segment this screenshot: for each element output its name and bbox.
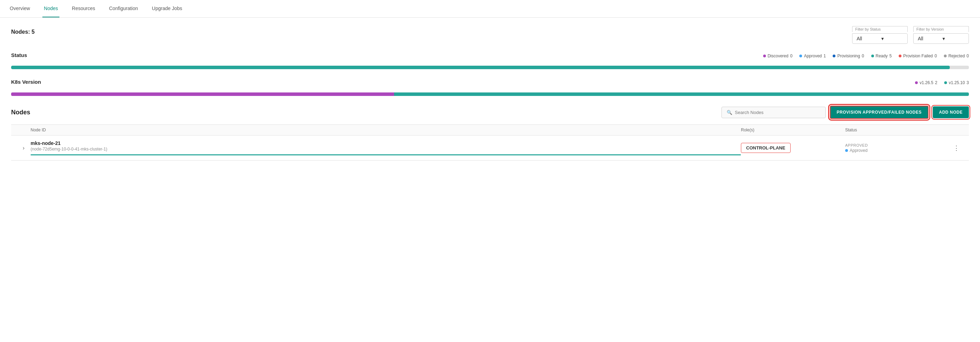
legend-v12510: v1.25.10 3: [944, 80, 969, 85]
nodes-section-title: Nodes: [11, 109, 30, 116]
legend-rejected: Rejected 0: [944, 54, 969, 58]
teal-progress-fill: [30, 154, 741, 155]
legend-approved-count: 1: [824, 54, 826, 58]
role-badge: CONTROL-PLANE: [741, 143, 791, 153]
status-legend: Discovered 0 Approved 1 Provisioning 0 R…: [763, 54, 969, 58]
role-cell: CONTROL-PLANE: [741, 143, 845, 153]
status-bar: [11, 66, 969, 69]
nav-nodes[interactable]: Nodes: [42, 0, 59, 17]
main-content: Nodes: 5 Filter by Status All ▾ Filter b…: [0, 18, 980, 179]
filter-status-group: Filter by Status All ▾: [852, 26, 908, 44]
dot-v12510: [944, 81, 947, 84]
dot-v1265: [915, 81, 918, 84]
nav-overview[interactable]: Overview: [8, 0, 31, 17]
dot-approved: [799, 54, 802, 57]
dot-discovered: [763, 54, 766, 57]
legend-failed: Provision Failed 0: [899, 54, 937, 58]
legend-failed-count: 0: [934, 54, 937, 58]
status-label: APPROVED: [845, 143, 950, 147]
filter-status-select[interactable]: All ▾: [852, 33, 908, 44]
legend-v1265-label: v1.26.5: [920, 80, 933, 85]
legend-v12510-count: 3: [966, 80, 969, 85]
filter-status-value: All: [857, 36, 878, 41]
nodes-header: Nodes 🔍 PROVISION APPROVED/FAILED NODES …: [11, 106, 969, 119]
top-nav: Overview Nodes Resources Configuration U…: [0, 0, 980, 18]
legend-provisioning: Provisioning 0: [833, 54, 864, 58]
status-section: Status Discovered 0 Approved 1 Provision…: [11, 52, 969, 69]
search-input[interactable]: [735, 110, 821, 115]
col-roles: Role(s): [741, 127, 845, 132]
col-node-id: Node ID: [30, 127, 741, 132]
chevron-down-icon: ▾: [881, 36, 903, 41]
add-node-button[interactable]: ADD NODE: [933, 107, 969, 118]
provision-approved-failed-button[interactable]: PROVISION APPROVED/FAILED NODES: [830, 106, 929, 119]
status-sub-value: Approved: [850, 148, 867, 153]
version-title: K8s Version: [11, 79, 41, 85]
nodes-header-right: 🔍 PROVISION APPROVED/FAILED NODES ADD NO…: [721, 106, 969, 119]
node-id-main: mks-node-21: [30, 140, 741, 146]
status-bar-fill: [11, 66, 950, 69]
legend-discovered-count: 0: [790, 54, 793, 58]
col-status: Status: [845, 127, 950, 132]
header-row: Nodes: 5 Filter by Status All ▾ Filter b…: [11, 26, 969, 44]
version-bar-teal: [394, 92, 969, 96]
version-legend: v1.26.5 2 v1.25.10 3: [915, 80, 969, 85]
filter-version-label: Filter by Version: [913, 26, 969, 32]
legend-approved: Approved 1: [799, 54, 826, 58]
filter-version-value: All: [918, 36, 940, 41]
filters: Filter by Status All ▾ Filter by Version…: [852, 26, 969, 44]
row-actions-button[interactable]: ⋮: [950, 144, 963, 152]
dot-failed: [899, 54, 902, 57]
legend-v12510-label: v1.25.10: [949, 80, 965, 85]
legend-approved-label: Approved: [804, 54, 821, 58]
status-cell: APPROVED Approved: [845, 143, 950, 153]
legend-failed-label: Provision Failed: [903, 54, 933, 58]
legend-ready-label: Ready: [876, 54, 888, 58]
legend-v1265: v1.26.5 2: [915, 80, 937, 85]
legend-provisioning-label: Provisioning: [837, 54, 860, 58]
filter-version-group: Filter by Version All ▾: [913, 26, 969, 44]
dot-approved-row: [845, 149, 848, 152]
filter-version-select[interactable]: All ▾: [913, 33, 969, 44]
legend-ready-count: 5: [889, 54, 892, 58]
version-section: K8s Version v1.26.5 2 v1.25.10 3: [11, 79, 969, 96]
legend-provisioning-count: 0: [862, 54, 864, 58]
search-icon: 🔍: [727, 110, 732, 115]
status-title: Status: [11, 52, 27, 58]
nodes-section: Nodes 🔍 PROVISION APPROVED/FAILED NODES …: [11, 106, 969, 161]
node-progress-bar: [30, 154, 741, 155]
search-box[interactable]: 🔍: [721, 107, 826, 118]
legend-discovered: Discovered 0: [763, 54, 793, 58]
nav-resources[interactable]: Resources: [70, 0, 97, 17]
version-bar-purple: [11, 92, 394, 96]
nodes-count: Nodes: 5: [11, 26, 35, 35]
table-header: Node ID Role(s) Status: [11, 124, 969, 135]
dot-provisioning: [833, 54, 835, 57]
legend-rejected-label: Rejected: [948, 54, 965, 58]
nav-upgrade-jobs[interactable]: Upgrade Jobs: [151, 0, 183, 17]
legend-rejected-count: 0: [966, 54, 969, 58]
node-id-cell: mks-node-21 (node-72d5emg-10-0-0-41-mks-…: [30, 140, 741, 155]
version-bar: [11, 92, 969, 96]
filter-status-label: Filter by Status: [852, 26, 908, 32]
table-row: › mks-node-21 (node-72d5emg-10-0-0-41-mk…: [11, 135, 969, 161]
nav-configuration[interactable]: Configuration: [108, 0, 139, 17]
dot-ready: [871, 54, 874, 57]
expand-row-button[interactable]: ›: [17, 145, 30, 151]
status-sub: Approved: [845, 148, 950, 153]
legend-v1265-count: 2: [935, 80, 938, 85]
legend-discovered-label: Discovered: [768, 54, 789, 58]
dot-rejected: [944, 54, 947, 57]
node-id-sub: (node-72d5emg-10-0-0-41-mks-cluster-1): [30, 147, 741, 151]
chevron-down-icon-2: ▾: [942, 36, 964, 41]
legend-ready: Ready 5: [871, 54, 892, 58]
